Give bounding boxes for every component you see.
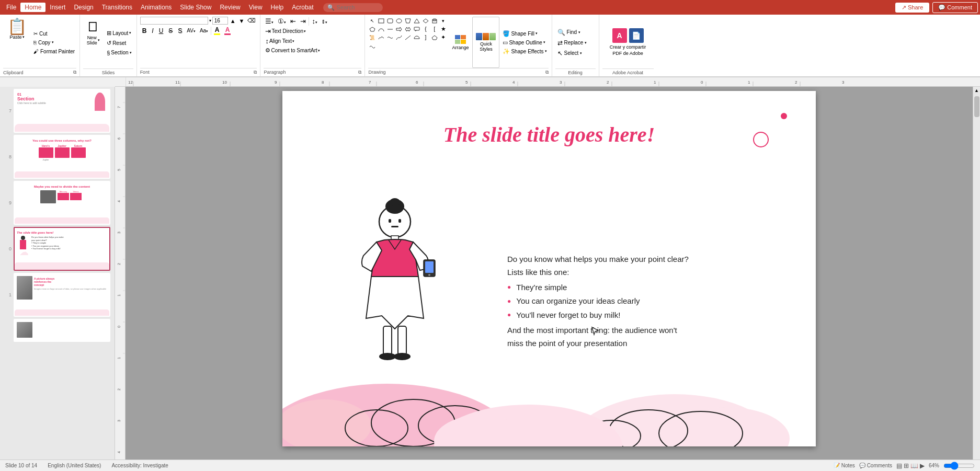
notes-button[interactable]: 📝 Notes [834, 463, 855, 468]
search-input[interactable] [337, 4, 379, 10]
shape-star6[interactable]: ✦ [439, 33, 447, 41]
clear-format-button[interactable]: ⌫ [246, 17, 257, 24]
font-color-button[interactable]: A [223, 26, 232, 36]
increase-font-button[interactable]: ▲ [229, 18, 237, 24]
shape-pentagon[interactable] [368, 25, 376, 33]
menu-item-acrobat[interactable]: Acrobat [288, 3, 317, 12]
find-button[interactable]: 🔍 Find ▾ [555, 28, 596, 37]
shadow-button[interactable]: S [176, 27, 184, 35]
zoom-slider[interactable] [943, 463, 975, 469]
shape-rect[interactable] [377, 17, 385, 25]
shape-brace[interactable]: { [421, 25, 429, 33]
select-button[interactable]: ↖ Select ▾ [555, 49, 596, 58]
font-expand-icon[interactable]: ⧉ [254, 70, 257, 75]
shape-bracket2[interactable]: ] [421, 33, 429, 41]
italic-button[interactable]: I [150, 27, 155, 35]
new-slide-button[interactable]: 🗌 New Slide ▾ [83, 17, 103, 68]
shape-circle[interactable] [395, 17, 403, 25]
change-case-button[interactable]: Aa▾ [198, 27, 210, 34]
line-spacing-button[interactable]: ↕▾ [310, 17, 319, 26]
paragraph-expand-icon[interactable]: ⧉ [358, 70, 361, 75]
adobe-create-button[interactable]: A 📄 Crear y compartir PDF de Adobe [608, 27, 648, 58]
shape-more[interactable]: ▾ [439, 17, 447, 25]
decrease-indent-button[interactable]: ⇤ [289, 17, 298, 26]
shape-rounded-rect[interactable] [386, 17, 394, 25]
slide-title[interactable]: The slide title goes here! [324, 122, 774, 147]
strikethrough-button[interactable]: S [166, 27, 175, 35]
shape-parallelogram[interactable] [404, 17, 412, 25]
search-box[interactable]: 🔍 [323, 3, 383, 12]
shape-callout[interactable] [413, 25, 420, 33]
bullets-button[interactable]: ☰▾ [264, 17, 275, 26]
numbering-button[interactable]: ①▾ [276, 17, 288, 26]
shape-arc[interactable] [377, 25, 385, 33]
scroll-up-button[interactable]: ▲ [973, 87, 980, 94]
cut-button[interactable]: ✂ Cut [32, 30, 76, 38]
menu-item-insert[interactable]: Insert [45, 3, 70, 12]
slide-thumb-8[interactable]: You could use three columns, why not? He… [14, 135, 110, 179]
shape-cursor[interactable]: ↖ [368, 17, 376, 25]
replace-button[interactable]: ⇄ Replace ▾ [555, 38, 596, 48]
bold-button[interactable]: B [140, 27, 149, 35]
menu-item-design[interactable]: Design [70, 3, 97, 12]
shape-star5[interactable]: ★ [439, 25, 447, 33]
shape-fill-button[interactable]: 🪣 Shape Fill ▾ [501, 30, 548, 38]
copy-button[interactable]: ⎘ Copy ▾ [32, 39, 76, 47]
slide-sorter-button[interactable]: ⊞ [904, 462, 909, 469]
shape-freeform[interactable] [377, 33, 385, 41]
font-name-dropdown-icon[interactable]: ▾ [209, 18, 211, 23]
shape-half-circle[interactable] [413, 33, 420, 41]
share-button[interactable]: ↗ Share [895, 3, 929, 13]
shape-effects-button[interactable]: ✨ Shape Effects ▾ [501, 48, 548, 55]
slide-thumb-partial[interactable] [14, 319, 110, 342]
convert-smartart-button[interactable]: ⚙ Convert to SmartArt ▾ [264, 47, 321, 54]
comments-button[interactable]: 💬 Comments [859, 463, 892, 468]
slide-thumb-active[interactable]: The slide title goes here! ☁ Do you know… [14, 227, 110, 271]
reset-button[interactable]: ↺ Reset [105, 39, 133, 48]
vertical-scrollbar[interactable]: ▲ [973, 87, 980, 459]
shape-diamond[interactable] [421, 17, 429, 25]
slide-thumb-7[interactable]: 01 Section Click here to add subtitle [14, 89, 110, 133]
menu-item-transitions[interactable]: Transitions [98, 3, 136, 12]
menu-item-home[interactable]: Home [20, 3, 45, 12]
comment-button[interactable]: 💬 Comment [932, 2, 978, 13]
shape-cylinder[interactable] [430, 17, 438, 25]
format-painter-button[interactable]: 🖌 Format Painter [32, 48, 76, 55]
normal-view-button[interactable]: ▤ [896, 462, 902, 469]
scroll-thumb[interactable] [974, 96, 979, 117]
menu-item-review[interactable]: Review [215, 3, 244, 12]
shape-connector[interactable] [404, 33, 412, 41]
slide-thumb-9[interactable]: Maybe you need to divide the content Mer… [14, 181, 110, 225]
shape-outline-button[interactable]: ▭ Shape Outline ▾ [501, 39, 548, 47]
shape-curve[interactable] [395, 33, 403, 41]
shape-squiggly[interactable] [386, 33, 394, 41]
clipboard-expand-icon[interactable]: ⧉ [73, 70, 76, 75]
align-text-button[interactable]: ↕ Align Text ▾ [264, 37, 296, 45]
columns-button[interactable]: ⫾▾ [320, 17, 329, 26]
shape-bracket[interactable]: [ [430, 25, 438, 33]
paste-button[interactable]: 📋 Paste▾ [3, 17, 31, 68]
text-direction-button[interactable]: ⇥ Text Direction ▾ [264, 27, 307, 36]
highlight-color-button[interactable]: A [212, 26, 222, 36]
shape-triangle[interactable] [413, 17, 420, 25]
increase-indent-button[interactable]: ⇥ [299, 17, 307, 26]
layout-button[interactable]: ⊞ Layout ▾ [105, 29, 133, 38]
menu-item-slideshow[interactable]: Slide Show [176, 3, 215, 12]
shape-pentagon2[interactable] [430, 33, 438, 41]
shape-arrow-right[interactable] [395, 25, 403, 33]
shape-line[interactable] [386, 25, 394, 33]
shape-scroll[interactable]: 📜 [368, 33, 376, 41]
slide-thumb-1[interactable]: A picture alwaysreinforces theconcept Im… [14, 273, 110, 317]
underline-button[interactable]: U [157, 27, 166, 35]
reading-view-button[interactable]: 📖 [910, 462, 918, 469]
quick-styles-button[interactable]: Quick Styles [472, 17, 499, 68]
menu-item-animations[interactable]: Animations [136, 3, 176, 12]
menu-item-help[interactable]: Help [267, 3, 288, 12]
decrease-font-button[interactable]: ▼ [238, 18, 246, 24]
shape-double-arrow[interactable] [404, 25, 412, 33]
arrange-button[interactable]: Arrange [450, 17, 471, 68]
section-button[interactable]: § Section ▾ [105, 49, 133, 57]
font-name-input[interactable] [140, 17, 208, 25]
slideshow-button[interactable]: ▶ [920, 462, 925, 469]
char-spacing-button[interactable]: AV▾ [185, 27, 197, 34]
